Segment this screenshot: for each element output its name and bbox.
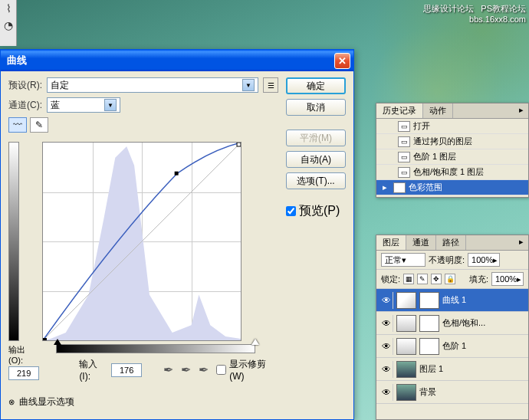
lock-transparency-icon[interactable]: ▦: [403, 274, 414, 284]
visibility-toggle-icon[interactable]: 👁: [380, 292, 393, 309]
output-gradient-icon: [8, 142, 19, 341]
input-input[interactable]: [111, 363, 142, 377]
show-clipping-checkbox[interactable]: 显示修剪(W): [216, 358, 278, 382]
preset-select[interactable]: 自定 ▼: [47, 77, 258, 93]
svg-rect-1: [43, 338, 47, 340]
visibility-toggle-icon[interactable]: 👁: [380, 315, 393, 332]
visibility-toggle-icon[interactable]: 👁: [380, 384, 393, 401]
adjustment-thumb-icon: [396, 292, 416, 309]
toolbox: ⌇ ◔: [0, 0, 17, 46]
fill-input[interactable]: 100%▸: [491, 272, 524, 286]
history-item[interactable]: ▭色阶 1 图层: [376, 149, 528, 165]
layers-panel: 图层 通道 路径 ▸ 正常 ▾ 不透明度: 100%▸ 锁定: ▦ ✎ ✥ 🔒 …: [376, 235, 529, 420]
tab-actions[interactable]: 动作: [423, 103, 453, 118]
adjustment-thumb-icon: [396, 338, 416, 355]
history-panel: 历史记录 动作 ▸ ▭打开 ▭通过拷贝的图层 ▭色阶 1 图层 ▭色相/饱和度 …: [376, 103, 529, 198]
fill-label: 填充:: [469, 274, 488, 285]
history-item[interactable]: ▭打开: [376, 119, 528, 134]
visibility-toggle-icon[interactable]: 👁: [380, 338, 393, 355]
layer-item[interactable]: 👁 曲线 1: [376, 289, 528, 312]
options-button[interactable]: 选项(T)...: [286, 172, 346, 189]
opacity-input[interactable]: 100%▸: [468, 253, 500, 267]
opacity-label: 不透明度:: [429, 254, 465, 266]
levels-icon: ▭: [398, 152, 410, 162]
tab-history[interactable]: 历史记录: [376, 103, 423, 118]
dialog-titlebar[interactable]: 曲线 ✕: [1, 50, 353, 71]
preset-label: 预设(R):: [8, 79, 42, 92]
layer-item[interactable]: 👁 色阶 1: [376, 335, 528, 358]
output-input[interactable]: [8, 366, 39, 380]
panel-menu-button[interactable]: ▸: [514, 103, 528, 118]
channel-select[interactable]: 蓝 ▼: [47, 97, 120, 113]
adjustment-thumb-icon: [396, 315, 416, 332]
layer-icon: ▭: [398, 136, 410, 147]
current-step-icon: ▸: [383, 182, 387, 192]
tab-paths[interactable]: 路径: [436, 235, 466, 250]
curves-dialog: 曲线 ✕ 预设(R): 自定 ▼ ☰ 通道(C): 蓝 ▼ 〰: [0, 49, 354, 420]
lock-all-icon[interactable]: 🔒: [445, 274, 455, 284]
output-label: 输出(O):: [8, 344, 39, 365]
svg-rect-3: [237, 143, 241, 146]
layer-item[interactable]: 👁 图层 1: [376, 358, 528, 381]
history-item[interactable]: ▭色相/饱和度 1 图层: [376, 165, 528, 180]
document-icon: ▭: [398, 121, 410, 132]
white-point-slider[interactable]: [251, 339, 259, 345]
chevron-right-icon[interactable]: ⊗: [8, 398, 15, 406]
black-point-slider[interactable]: [54, 339, 61, 345]
auto-button[interactable]: 自动(A): [286, 151, 346, 168]
mask-thumb-icon: [419, 292, 439, 309]
curve-graph[interactable]: [42, 142, 242, 341]
layer-item[interactable]: 👁 背景: [376, 381, 528, 404]
layer-thumb-icon: [396, 361, 416, 378]
close-button[interactable]: ✕: [334, 53, 350, 69]
lock-paint-icon[interactable]: ✎: [417, 274, 428, 284]
gray-eyedropper-icon[interactable]: ✒: [181, 363, 191, 377]
chevron-down-icon: ▼: [242, 79, 255, 91]
cancel-button[interactable]: 取消: [286, 99, 346, 116]
curve-line-icon: [43, 143, 241, 340]
panel-menu-button[interactable]: ▸: [514, 235, 528, 250]
lock-position-icon[interactable]: ✥: [431, 274, 442, 284]
layer-list: 👁 曲线 1 👁 色相/饱和... 👁 色阶 1 👁 图层 1 👁 背景: [376, 289, 528, 404]
mask-thumb-icon: [419, 315, 439, 332]
curve-pencil-mode-button[interactable]: ✎: [30, 117, 48, 133]
chevron-down-icon: ▼: [104, 99, 117, 111]
history-item[interactable]: ▸▭色彩范围: [376, 180, 528, 195]
input-gradient-icon: [56, 344, 255, 353]
dialog-title: 曲线: [4, 54, 334, 67]
visibility-toggle-icon[interactable]: 👁: [380, 361, 393, 378]
blend-mode-select[interactable]: 正常 ▾: [381, 253, 426, 267]
watermark: 思缘设计论坛 PS教程论坛 bbs.16xx8.com: [423, 3, 526, 24]
history-list: ▭打开 ▭通过拷贝的图层 ▭色阶 1 图层 ▭色相/饱和度 1 图层 ▸▭色彩范…: [376, 119, 528, 195]
black-eyedropper-icon[interactable]: ✒: [163, 363, 173, 377]
mask-thumb-icon: [419, 338, 439, 355]
preview-checkbox[interactable]: 预览(P): [286, 203, 346, 219]
tool-options-icon[interactable]: ◔: [0, 17, 17, 34]
curve-point-mode-button[interactable]: 〰: [8, 117, 27, 133]
history-item[interactable]: ▭通过拷贝的图层: [376, 134, 528, 149]
ok-button[interactable]: 确定: [286, 77, 346, 94]
svg-rect-2: [175, 172, 179, 176]
smooth-button: 平滑(M): [286, 130, 346, 146]
huesat-icon: ▭: [398, 167, 410, 178]
tab-layers[interactable]: 图层: [376, 235, 406, 250]
layer-item[interactable]: 👁 色相/饱和...: [376, 312, 528, 335]
input-label: 输入(I):: [79, 358, 108, 382]
lock-label: 锁定:: [381, 274, 400, 285]
white-eyedropper-icon[interactable]: ✒: [199, 363, 209, 377]
channel-label: 通道(C):: [8, 99, 42, 112]
display-options-toggle[interactable]: 曲线显示选项: [19, 395, 74, 409]
tab-channels[interactable]: 通道: [406, 235, 436, 250]
preset-menu-button[interactable]: ☰: [263, 77, 278, 93]
layer-thumb-icon: [396, 384, 416, 401]
lasso-tool-icon[interactable]: ⌇: [0, 0, 17, 17]
colorrange-icon: ▭: [393, 182, 406, 193]
